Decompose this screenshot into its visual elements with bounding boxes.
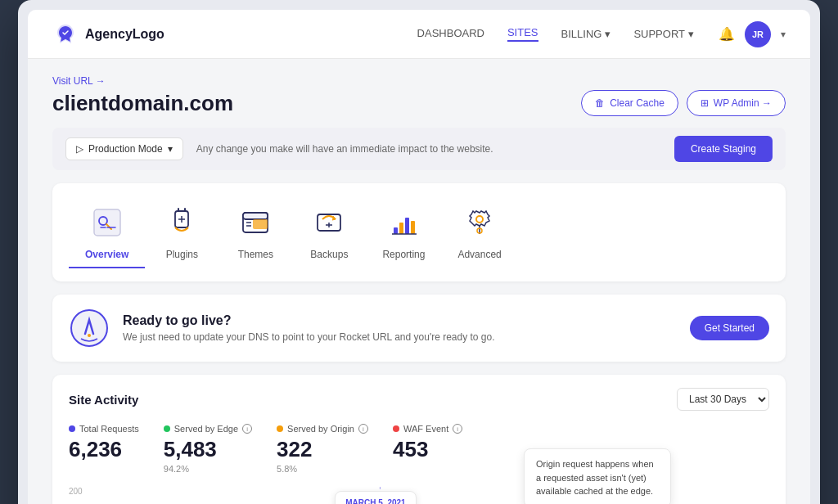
stat-served-origin: Served by Origin i 322 5.8%: [277, 424, 368, 474]
svg-rect-11: [243, 213, 268, 219]
app-container: AgencyLogo DASHBOARD SITES BILLING ▾ SUP…: [28, 10, 810, 504]
served-edge-info-icon[interactable]: i: [242, 424, 252, 434]
tab-reporting[interactable]: Reporting: [366, 196, 441, 268]
tab-advanced-label: Advanced: [457, 249, 501, 260]
chart-y-top: 200: [69, 487, 83, 496]
ready-title: Ready to go live?: [123, 313, 677, 328]
stat-total-requests: Total Requests 6,236: [69, 424, 139, 474]
wp-icon: ⊞: [701, 97, 709, 109]
stat-dot-green: [164, 425, 170, 432]
browser-frame: AgencyLogo DASHBOARD SITES BILLING ▾ SUP…: [18, 0, 820, 504]
chevron-down-icon: ▾: [168, 143, 173, 155]
site-actions: 🗑 Clear Cache ⊞ WP Admin →: [581, 90, 786, 116]
logo-icon: [52, 21, 79, 47]
stat-served-origin-label: Served by Origin i: [277, 424, 368, 434]
svg-rect-19: [399, 223, 403, 234]
tab-overview[interactable]: Overview: [69, 196, 145, 268]
site-title-row: clientdomain.com 🗑 Clear Cache ⊞ WP Admi…: [52, 90, 786, 116]
nav-links: DASHBOARD SITES BILLING ▾ SUPPORT ▾: [417, 26, 694, 42]
waf-event-info-icon[interactable]: i: [453, 424, 462, 434]
tab-overview-label: Overview: [85, 249, 128, 260]
header: AgencyLogo DASHBOARD SITES BILLING ▾ SUP…: [28, 10, 810, 59]
svg-rect-20: [405, 218, 409, 234]
ready-text: Ready to go live? We just need to update…: [123, 313, 677, 343]
tab-plugins[interactable]: Plugins: [145, 196, 219, 268]
overview-icon: [88, 203, 127, 242]
stat-served-origin-sub: 5.8%: [277, 464, 368, 474]
nav-dashboard[interactable]: DASHBOARD: [417, 27, 484, 41]
wp-admin-button[interactable]: ⊞ WP Admin →: [687, 90, 786, 116]
svg-rect-12: [253, 219, 268, 229]
clear-cache-button[interactable]: 🗑 Clear Cache: [581, 90, 678, 116]
page-content: Visit URL → clientdomain.com 🗑 Clear Cac…: [28, 59, 810, 504]
avatar[interactable]: JR: [745, 21, 771, 47]
tabs-panel: Overview: [52, 183, 786, 281]
stat-waf-event-value: 453: [393, 437, 462, 462]
tab-backups[interactable]: Backups: [292, 196, 366, 268]
svg-rect-18: [394, 227, 398, 234]
tab-plugins-label: Plugins: [166, 249, 198, 260]
themes-icon: [236, 203, 275, 242]
ready-banner: Ready to go live? We just need to update…: [52, 295, 786, 362]
ready-description: We just need to update your DNS to point…: [123, 331, 677, 343]
header-actions: 🔔 JR ▾: [719, 21, 786, 47]
chevron-down-icon: ▾: [688, 28, 694, 40]
stat-served-edge-value: 5,483: [164, 437, 252, 462]
origin-tooltip: Origin request happens when a requested …: [524, 448, 671, 504]
stat-served-origin-value: 322: [277, 437, 368, 462]
stat-served-edge-label: Served by Edge i: [164, 424, 252, 434]
backups-icon: [309, 203, 349, 242]
advanced-icon: [460, 203, 499, 242]
visit-url-link[interactable]: Visit URL →: [52, 75, 786, 87]
mode-notice: Any change you make will have an immedia…: [196, 143, 674, 155]
reporting-icon: [384, 203, 423, 242]
svg-point-23: [476, 216, 483, 223]
svg-point-26: [88, 334, 91, 337]
plugins-icon: [162, 203, 201, 242]
activity-title: Site Activity: [69, 393, 138, 407]
tabs-list: Overview: [69, 196, 769, 268]
avatar-chevron: ▾: [781, 29, 786, 40]
chart-tooltip-date: MARCH 5, 2021: [345, 498, 405, 504]
activity-section: Site Activity Last 30 Days Total Request…: [52, 375, 786, 504]
stat-total-requests-label: Total Requests: [69, 424, 139, 434]
ready-icon: [69, 308, 110, 349]
stat-dot-yellow: [277, 425, 283, 432]
stats-row: Total Requests 6,236 Served by Edge i 5,…: [69, 424, 769, 474]
trash-icon: 🗑: [595, 97, 605, 109]
tab-backups-label: Backups: [310, 249, 348, 260]
activity-header: Site Activity Last 30 Days: [69, 388, 769, 411]
logo-text: AgencyLogo: [85, 27, 164, 42]
stat-waf-event-label: WAF Event i: [393, 424, 462, 434]
play-icon: ▷: [76, 143, 83, 155]
chart-date-tooltip: MARCH 5, 2021 ● 145 Visits: [335, 491, 416, 504]
chevron-down-icon: ▾: [605, 28, 610, 40]
tab-advanced[interactable]: Advanced: [441, 196, 517, 268]
create-staging-button[interactable]: Create Staging: [674, 136, 773, 162]
bell-icon[interactable]: 🔔: [719, 26, 735, 42]
tab-themes-label: Themes: [238, 249, 273, 260]
tab-reporting-label: Reporting: [382, 249, 425, 260]
get-started-button[interactable]: Get Started: [690, 316, 769, 340]
logo-area: AgencyLogo: [52, 21, 164, 47]
nav-support[interactable]: SUPPORT ▾: [633, 28, 694, 40]
period-select[interactable]: Last 30 Days: [677, 388, 769, 411]
stat-served-edge: Served by Edge i 5,483 94.2%: [164, 424, 252, 474]
stat-waf-event: WAF Event i 453: [393, 424, 462, 474]
stat-served-edge-sub: 94.2%: [164, 464, 252, 474]
served-origin-info-icon[interactable]: i: [358, 424, 368, 434]
stat-dot-red: [393, 425, 399, 432]
nav-billing[interactable]: BILLING ▾: [561, 28, 611, 40]
mode-dropdown[interactable]: ▷ Production Mode ▾: [65, 137, 183, 160]
nav-sites[interactable]: SITES: [507, 26, 538, 42]
site-domain-title: clientdomain.com: [52, 91, 233, 116]
svg-rect-21: [411, 221, 415, 234]
stat-dot-blue: [69, 425, 75, 432]
tab-themes[interactable]: Themes: [219, 196, 292, 268]
stat-total-requests-value: 6,236: [69, 437, 139, 462]
mode-bar: ▷ Production Mode ▾ Any change you make …: [52, 128, 786, 170]
